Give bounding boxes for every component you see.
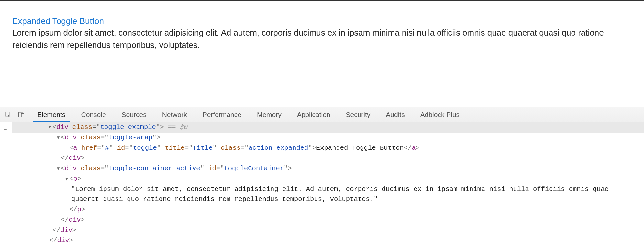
dom-row[interactable]: <a href="#" id="toggle" title="Title" cl… (12, 143, 644, 153)
device-toolbar-icon[interactable] (17, 111, 25, 119)
devtools-tab-console[interactable]: Console (73, 107, 114, 122)
dom-row[interactable]: ▼<div class="toggle-container active" id… (12, 163, 644, 174)
page-preview: Expanded Toggle Button Lorem ipsum dolor… (0, 0, 644, 107)
dom-row[interactable]: </div> (12, 215, 644, 225)
toggle-paragraph: Lorem ipsum dolor sit amet, consectetur … (12, 27, 621, 51)
devtools-icon-group (0, 107, 29, 122)
devtools-tab-application[interactable]: Application (289, 107, 338, 122)
devtools-tab-audits[interactable]: Audits (378, 107, 412, 122)
dom-row[interactable]: </div> (12, 235, 644, 246)
inspect-element-icon[interactable] (4, 111, 12, 119)
dom-row[interactable]: ▼<div class="toggle-wrap"> (12, 133, 644, 143)
svg-rect-2 (21, 113, 24, 117)
dom-panel: ⋯ ▼<div class="toggle-example"> == $0▼<d… (0, 122, 644, 247)
devtools-tab-sources[interactable]: Sources (114, 107, 154, 122)
dom-row[interactable]: ▼<div class="toggle-example"> == $0 (12, 122, 644, 133)
devtools-tab-elements[interactable]: Elements (29, 107, 73, 122)
devtools-tab-performance[interactable]: Performance (195, 107, 249, 122)
dom-row[interactable]: "Lorem ipsum dolor sit amet, consectetur… (12, 184, 644, 205)
dom-row[interactable]: </div> (12, 225, 644, 236)
devtools-tabs: ElementsConsoleSourcesNetworkPerformance… (29, 107, 467, 122)
devtools-tab-network[interactable]: Network (154, 107, 195, 122)
expanded-toggle-link[interactable]: Expanded Toggle Button (12, 16, 104, 26)
dom-row[interactable]: </div> (12, 153, 644, 163)
devtools-tab-security[interactable]: Security (338, 107, 378, 122)
devtools-toolbar: ElementsConsoleSourcesNetworkPerformance… (0, 107, 644, 122)
dom-row[interactable]: </p> (12, 205, 644, 215)
devtools-panel: ElementsConsoleSourcesNetworkPerformance… (0, 107, 644, 247)
devtools-tab-adblock-plus[interactable]: Adblock Plus (413, 107, 467, 122)
dom-tree[interactable]: ▼<div class="toggle-example"> == $0▼<div… (12, 122, 644, 247)
dom-row[interactable]: ▼<p> (12, 174, 644, 184)
devtools-tab-memory[interactable]: Memory (249, 107, 289, 122)
dom-overflow-icon[interactable]: ⋯ (0, 122, 12, 247)
